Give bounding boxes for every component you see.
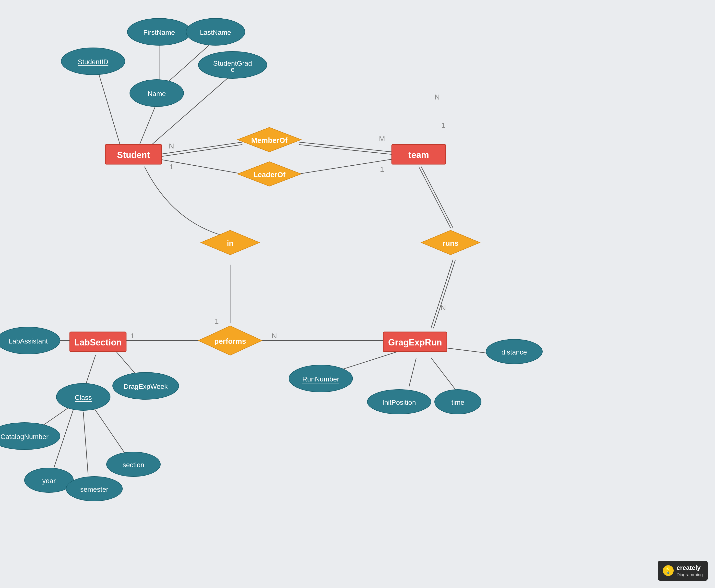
svg-text:1: 1 [215,317,219,325]
attr-time-label: time [452,399,464,406]
svg-text:1: 1 [130,332,134,340]
svg-text:1: 1 [380,165,384,173]
watermark-icon: 💡 [663,565,674,576]
attr-section-label: section [123,461,145,469]
entity-team-label: team [408,150,429,160]
rel-runs-label: runs [442,239,458,247]
diagram-canvas: N M 1 1 N 1 N 1 N 1 MemberOf LeaderOf in… [0,0,715,588]
entity-student-label: Student [117,150,150,160]
attr-name-label: Name [148,90,166,98]
attr-dragexpweek-label: DragExpWeek [124,383,168,390]
rel-memberof-label: MemberOf [251,136,288,144]
attr-year-label: year [42,477,56,485]
attr-semester-label: semester [80,486,108,493]
attr-studentgrade-label2: e [231,66,235,73]
svg-text:1: 1 [441,121,446,129]
svg-text:N: N [434,93,440,101]
attr-firstname-label: FirstName [143,29,175,36]
entity-labsection-label: LabSection [74,337,122,348]
er-diagram: N M 1 1 N 1 N 1 N 1 MemberOf LeaderOf in… [0,0,715,588]
watermark-brand: creately [676,564,703,572]
rel-performs-label: performs [214,337,246,345]
attr-studentid-label: StudentID [78,58,108,66]
attr-initposition-label: InitPosition [383,399,416,406]
svg-text:N: N [272,332,277,340]
rel-leaderof-label: LeaderOf [253,170,286,178]
watermark: 💡 creately Diagramming [658,561,708,581]
attr-catalognumber-label: CatalogNumber [0,433,48,441]
svg-text:M: M [379,134,385,143]
attr-class-label: Class [75,394,92,401]
attr-runnumber-label: RunNumber [302,375,339,383]
watermark-text: creately Diagramming [676,564,703,578]
rel-in-label: in [227,239,234,247]
svg-text:N: N [169,142,174,150]
entity-gragexprun-label: GragExpRun [388,337,442,348]
attr-lastname-label: LastName [200,29,231,36]
watermark-sub: Diagramming [676,572,703,578]
svg-text:N: N [440,303,446,312]
svg-text:1: 1 [170,163,174,171]
attr-labassistant-label: LabAssistant [8,337,48,345]
attr-distance-label: distance [501,349,527,356]
